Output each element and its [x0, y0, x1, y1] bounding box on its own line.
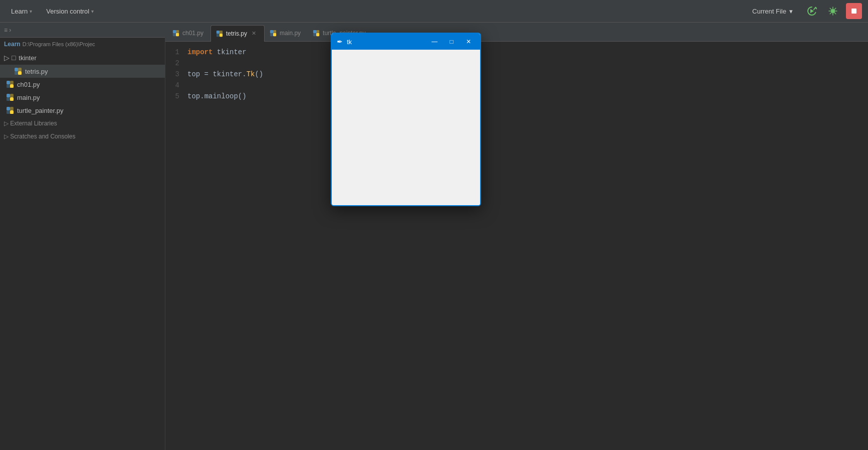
tab-main-label: main.py — [280, 30, 301, 37]
sidebar-file-turtle: turtle_painter.py — [17, 107, 64, 114]
svg-rect-22 — [173, 33, 176, 36]
code-line-3: top = tkinter . Tk () — [187, 69, 868, 80]
editor-area: ch01.py tetris.py ✕ — [165, 23, 868, 450]
svg-rect-4 — [15, 68, 18, 71]
code-line-5: top . mainloop () — [187, 91, 868, 102]
svg-rect-26 — [216, 34, 220, 37]
svg-rect-29 — [273, 33, 276, 36]
fn-tkinter: tkinter — [212, 47, 246, 58]
python-icon-tetris — [14, 67, 22, 75]
sidebar-section-external[interactable]: ▷ External Libraries — [0, 117, 165, 130]
tk-minimize-button[interactable]: — — [428, 37, 441, 47]
line-num-4: 4 — [165, 80, 179, 91]
tk-title-text: tk — [347, 38, 424, 46]
python-tab-icon-ch01 — [172, 30, 179, 37]
op-dot: . — [242, 69, 246, 80]
sidebar-file-ch01: ch01.py — [17, 81, 40, 88]
svg-rect-28 — [270, 30, 273, 33]
tk-title-icon: ✒ — [337, 38, 343, 46]
tk-maximize-label: □ — [450, 38, 453, 45]
current-file-button[interactable]: Current File ▾ — [746, 6, 799, 17]
external-libraries-label: ▷ External Libraries — [4, 120, 57, 127]
op-eq: = — [200, 69, 212, 80]
sidebar-item-ch01[interactable]: ch01.py — [0, 78, 165, 91]
svg-rect-15 — [10, 94, 14, 97]
run-button[interactable] — [804, 3, 820, 19]
sidebar-item-main[interactable]: main.py — [0, 91, 165, 104]
folder-icon: ▷ □ — [4, 54, 16, 62]
sidebar: ≡ › Learn D:\Program Files (x86)\Projec … — [0, 23, 165, 450]
sidebar-folder-tkinter[interactable]: ▷ □ tkinter — [0, 51, 165, 65]
svg-rect-9 — [10, 84, 14, 88]
svg-marker-0 — [810, 9, 814, 13]
tk-close-button[interactable]: ✕ — [462, 37, 475, 47]
python-icon-turtle — [6, 106, 14, 114]
svg-rect-13 — [10, 97, 14, 101]
python-tab-icon-main — [270, 30, 277, 37]
project-name: Learn — [4, 41, 21, 48]
svg-rect-3 — [851, 9, 856, 14]
code-line-2 — [187, 58, 868, 69]
svg-rect-31 — [273, 30, 276, 33]
stop-button[interactable] — [846, 3, 862, 19]
tab-ch01[interactable]: ch01.py — [167, 25, 210, 41]
tk-window: ✒ tk — □ ✕ — [331, 33, 481, 206]
tk-minimize-label: — — [431, 38, 438, 45]
svg-rect-12 — [7, 94, 10, 97]
fn-top: top — [187, 69, 200, 80]
version-control-label: Version control — [46, 8, 89, 15]
tk-window-overlay: ✒ tk — □ ✕ — [331, 33, 481, 206]
top-menu-bar: Learn ▾ Version control ▾ Current File ▾ — [0, 0, 868, 23]
code-line-1: import tkinter — [187, 47, 868, 58]
version-control-chevron: ▾ — [91, 9, 94, 14]
paren-mainloop: () — [238, 91, 247, 102]
editor-content[interactable]: 1 2 3 4 5 import tkinter top = tkinte — [165, 42, 868, 450]
svg-rect-21 — [176, 33, 179, 36]
line-num-5: 5 — [165, 91, 179, 102]
op-dot2: . — [200, 91, 204, 102]
svg-rect-17 — [10, 110, 14, 114]
svg-rect-23 — [176, 30, 179, 33]
code-lines: import tkinter top = tkinter . Tk () — [185, 47, 868, 445]
python-tab-icon-turtle — [313, 30, 320, 37]
svg-rect-14 — [7, 97, 10, 101]
project-root-item[interactable]: Learn D:\Program Files (x86)\Projec — [0, 38, 165, 51]
tab-tetris-close[interactable]: ✕ — [250, 30, 257, 37]
current-file-chevron: ▾ — [789, 8, 793, 15]
debug-button[interactable] — [825, 3, 841, 19]
learn-chevron: ▾ — [30, 9, 32, 14]
line-numbers: 1 2 3 4 5 — [165, 47, 185, 445]
kw-import: import — [187, 47, 212, 58]
run-icon — [807, 6, 817, 16]
svg-rect-34 — [313, 33, 316, 36]
tab-main[interactable]: main.py — [265, 25, 308, 41]
sidebar-section-scratches[interactable]: ▷ Scratches and Consoles — [0, 130, 165, 143]
top-bar-left: Learn ▾ Version control ▾ — [6, 6, 99, 17]
tk-maximize-button[interactable]: □ — [445, 37, 458, 47]
version-control-menu[interactable]: Version control ▾ — [41, 6, 99, 17]
svg-rect-27 — [220, 30, 223, 33]
fn-tkinter2: tkinter — [212, 69, 242, 80]
svg-rect-24 — [216, 30, 220, 33]
python-icon-ch01 — [6, 80, 14, 88]
svg-rect-18 — [7, 110, 10, 114]
tk-titlebar: ✒ tk — □ ✕ — [332, 34, 480, 50]
tab-tetris[interactable]: tetris.py ✕ — [210, 25, 265, 41]
svg-rect-33 — [316, 33, 319, 36]
tab-ch01-label: ch01.py — [182, 30, 203, 37]
stop-icon — [850, 7, 858, 15]
sidebar-item-tetris[interactable]: tetris.py — [0, 65, 165, 78]
current-file-label: Current File — [752, 8, 786, 15]
learn-menu[interactable]: Learn ▾ — [6, 6, 37, 17]
svg-rect-16 — [7, 107, 10, 110]
python-tab-icon-tetris — [216, 30, 223, 37]
tab-tetris-label: tetris.py — [226, 30, 247, 37]
svg-rect-25 — [220, 34, 223, 37]
sidebar-file-main: main.py — [17, 94, 40, 101]
sidebar-item-turtle[interactable]: turtle_painter.py — [0, 104, 165, 117]
svg-rect-32 — [313, 30, 316, 33]
line-num-2: 2 — [165, 58, 179, 69]
line-num-3: 3 — [165, 69, 179, 80]
fn-mainloop: mainloop — [204, 91, 238, 102]
svg-rect-8 — [7, 81, 10, 84]
